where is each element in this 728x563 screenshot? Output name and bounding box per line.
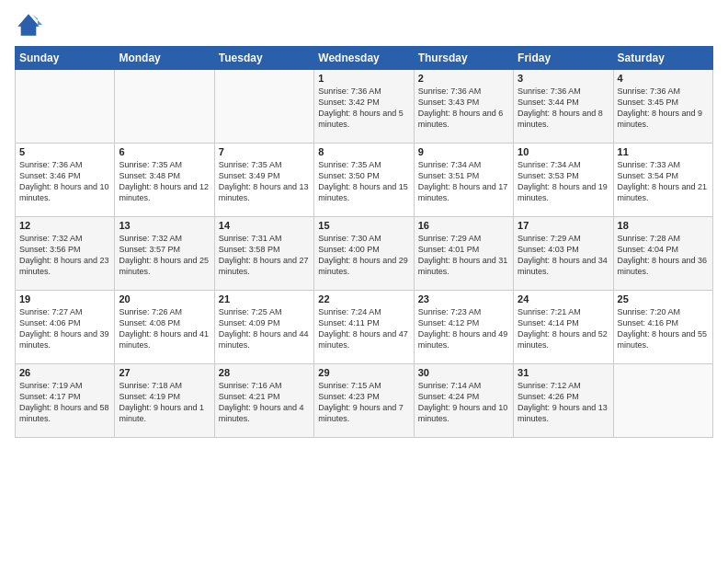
calendar-header-row: SundayMondayTuesdayWednesdayThursdayFrid… bbox=[16, 47, 713, 70]
day-info: Sunrise: 7:20 AM Sunset: 4:16 PM Dayligh… bbox=[618, 306, 709, 351]
calendar-cell: 14Sunrise: 7:31 AM Sunset: 3:58 PM Dayli… bbox=[214, 217, 313, 291]
calendar-cell: 16Sunrise: 7:29 AM Sunset: 4:01 PM Dayli… bbox=[414, 217, 513, 291]
day-info: Sunrise: 7:26 AM Sunset: 4:08 PM Dayligh… bbox=[119, 306, 210, 351]
calendar-header-saturday: Saturday bbox=[613, 47, 712, 70]
day-number: 1 bbox=[318, 73, 409, 84]
calendar-cell: 4Sunrise: 7:36 AM Sunset: 3:45 PM Daylig… bbox=[613, 70, 712, 144]
calendar-cell: 18Sunrise: 7:28 AM Sunset: 4:04 PM Dayli… bbox=[613, 217, 712, 291]
calendar-cell: 27Sunrise: 7:18 AM Sunset: 4:19 PM Dayli… bbox=[115, 364, 214, 438]
day-number: 8 bbox=[318, 146, 409, 157]
calendar-header-friday: Friday bbox=[514, 47, 613, 70]
day-info: Sunrise: 7:32 AM Sunset: 3:57 PM Dayligh… bbox=[119, 233, 210, 278]
calendar-cell: 10Sunrise: 7:34 AM Sunset: 3:53 PM Dayli… bbox=[514, 144, 613, 217]
calendar-week-row: 26Sunrise: 7:19 AM Sunset: 4:17 PM Dayli… bbox=[16, 364, 713, 438]
day-info: Sunrise: 7:36 AM Sunset: 3:42 PM Dayligh… bbox=[318, 86, 409, 131]
calendar-cell: 12Sunrise: 7:32 AM Sunset: 3:56 PM Dayli… bbox=[16, 217, 115, 291]
calendar-header-monday: Monday bbox=[115, 47, 214, 70]
page: SundayMondayTuesdayWednesdayThursdayFrid… bbox=[0, 0, 728, 563]
calendar-cell bbox=[613, 364, 712, 438]
day-info: Sunrise: 7:28 AM Sunset: 4:04 PM Dayligh… bbox=[618, 233, 709, 278]
day-number: 31 bbox=[518, 367, 609, 378]
calendar-header-thursday: Thursday bbox=[414, 47, 513, 70]
day-number: 7 bbox=[219, 146, 310, 157]
day-info: Sunrise: 7:24 AM Sunset: 4:11 PM Dayligh… bbox=[318, 306, 409, 351]
day-info: Sunrise: 7:36 AM Sunset: 3:44 PM Dayligh… bbox=[518, 86, 609, 131]
day-number: 9 bbox=[418, 146, 509, 157]
calendar-cell: 3Sunrise: 7:36 AM Sunset: 3:44 PM Daylig… bbox=[514, 70, 613, 144]
day-info: Sunrise: 7:31 AM Sunset: 3:58 PM Dayligh… bbox=[219, 233, 310, 278]
calendar-cell: 15Sunrise: 7:30 AM Sunset: 4:00 PM Dayli… bbox=[314, 217, 414, 291]
calendar-cell: 31Sunrise: 7:12 AM Sunset: 4:26 PM Dayli… bbox=[514, 364, 613, 438]
day-number: 22 bbox=[318, 293, 409, 304]
day-number: 19 bbox=[19, 293, 110, 304]
day-info: Sunrise: 7:29 AM Sunset: 4:03 PM Dayligh… bbox=[518, 233, 609, 278]
day-number: 11 bbox=[618, 146, 709, 157]
day-info: Sunrise: 7:29 AM Sunset: 4:01 PM Dayligh… bbox=[418, 233, 509, 278]
day-number: 28 bbox=[219, 367, 310, 378]
calendar-week-row: 1Sunrise: 7:36 AM Sunset: 3:42 PM Daylig… bbox=[16, 70, 713, 144]
day-info: Sunrise: 7:34 AM Sunset: 3:51 PM Dayligh… bbox=[418, 159, 509, 204]
day-number: 16 bbox=[418, 220, 509, 231]
day-info: Sunrise: 7:14 AM Sunset: 4:24 PM Dayligh… bbox=[418, 380, 509, 425]
calendar-cell: 20Sunrise: 7:26 AM Sunset: 4:08 PM Dayli… bbox=[115, 291, 214, 364]
day-number: 27 bbox=[119, 367, 210, 378]
calendar-cell bbox=[16, 70, 115, 144]
day-info: Sunrise: 7:16 AM Sunset: 4:21 PM Dayligh… bbox=[219, 380, 310, 425]
day-number: 3 bbox=[518, 73, 609, 84]
header bbox=[15, 11, 713, 39]
calendar-cell: 25Sunrise: 7:20 AM Sunset: 4:16 PM Dayli… bbox=[613, 291, 712, 364]
day-info: Sunrise: 7:32 AM Sunset: 3:56 PM Dayligh… bbox=[19, 233, 110, 278]
day-number: 6 bbox=[119, 146, 210, 157]
day-number: 29 bbox=[318, 367, 409, 378]
day-number: 23 bbox=[418, 293, 509, 304]
day-number: 2 bbox=[418, 73, 509, 84]
day-number: 20 bbox=[119, 293, 210, 304]
calendar-cell bbox=[115, 70, 214, 144]
calendar-cell: 30Sunrise: 7:14 AM Sunset: 4:24 PM Dayli… bbox=[414, 364, 513, 438]
day-number: 25 bbox=[618, 293, 709, 304]
calendar-header-wednesday: Wednesday bbox=[314, 47, 414, 70]
day-number: 15 bbox=[318, 220, 409, 231]
calendar-cell: 7Sunrise: 7:35 AM Sunset: 3:49 PM Daylig… bbox=[214, 144, 313, 217]
calendar-cell: 17Sunrise: 7:29 AM Sunset: 4:03 PM Dayli… bbox=[514, 217, 613, 291]
calendar-header-sunday: Sunday bbox=[16, 47, 115, 70]
calendar-cell: 6Sunrise: 7:35 AM Sunset: 3:48 PM Daylig… bbox=[115, 144, 214, 217]
day-info: Sunrise: 7:15 AM Sunset: 4:23 PM Dayligh… bbox=[318, 380, 409, 425]
day-number: 26 bbox=[19, 367, 110, 378]
calendar-cell: 1Sunrise: 7:36 AM Sunset: 3:42 PM Daylig… bbox=[314, 70, 414, 144]
calendar-header-tuesday: Tuesday bbox=[214, 47, 313, 70]
calendar-cell: 21Sunrise: 7:25 AM Sunset: 4:09 PM Dayli… bbox=[214, 291, 313, 364]
calendar-week-row: 12Sunrise: 7:32 AM Sunset: 3:56 PM Dayli… bbox=[16, 217, 713, 291]
calendar-cell: 13Sunrise: 7:32 AM Sunset: 3:57 PM Dayli… bbox=[115, 217, 214, 291]
calendar-cell: 28Sunrise: 7:16 AM Sunset: 4:21 PM Dayli… bbox=[214, 364, 313, 438]
day-info: Sunrise: 7:35 AM Sunset: 3:49 PM Dayligh… bbox=[219, 159, 310, 204]
calendar-cell: 22Sunrise: 7:24 AM Sunset: 4:11 PM Dayli… bbox=[314, 291, 414, 364]
calendar-cell: 9Sunrise: 7:34 AM Sunset: 3:51 PM Daylig… bbox=[414, 144, 513, 217]
day-number: 13 bbox=[119, 220, 210, 231]
day-info: Sunrise: 7:23 AM Sunset: 4:12 PM Dayligh… bbox=[418, 306, 509, 351]
calendar-week-row: 5Sunrise: 7:36 AM Sunset: 3:46 PM Daylig… bbox=[16, 144, 713, 217]
calendar-cell: 19Sunrise: 7:27 AM Sunset: 4:06 PM Dayli… bbox=[16, 291, 115, 364]
calendar-cell: 8Sunrise: 7:35 AM Sunset: 3:50 PM Daylig… bbox=[314, 144, 414, 217]
day-info: Sunrise: 7:19 AM Sunset: 4:17 PM Dayligh… bbox=[19, 380, 110, 425]
day-number: 18 bbox=[618, 220, 709, 231]
calendar-cell: 24Sunrise: 7:21 AM Sunset: 4:14 PM Dayli… bbox=[514, 291, 613, 364]
day-info: Sunrise: 7:18 AM Sunset: 4:19 PM Dayligh… bbox=[119, 380, 210, 425]
day-info: Sunrise: 7:36 AM Sunset: 3:43 PM Dayligh… bbox=[418, 86, 509, 131]
day-number: 17 bbox=[518, 220, 609, 231]
day-number: 21 bbox=[219, 293, 310, 304]
day-number: 12 bbox=[19, 220, 110, 231]
day-info: Sunrise: 7:33 AM Sunset: 3:54 PM Dayligh… bbox=[618, 159, 709, 204]
day-info: Sunrise: 7:27 AM Sunset: 4:06 PM Dayligh… bbox=[19, 306, 110, 351]
day-number: 5 bbox=[19, 146, 110, 157]
day-info: Sunrise: 7:30 AM Sunset: 4:00 PM Dayligh… bbox=[318, 233, 409, 278]
day-number: 30 bbox=[418, 367, 509, 378]
calendar-week-row: 19Sunrise: 7:27 AM Sunset: 4:06 PM Dayli… bbox=[16, 291, 713, 364]
calendar-cell: 11Sunrise: 7:33 AM Sunset: 3:54 PM Dayli… bbox=[613, 144, 712, 217]
calendar-cell: 5Sunrise: 7:36 AM Sunset: 3:46 PM Daylig… bbox=[16, 144, 115, 217]
calendar-cell: 2Sunrise: 7:36 AM Sunset: 3:43 PM Daylig… bbox=[414, 70, 513, 144]
logo-icon bbox=[15, 11, 42, 39]
calendar: SundayMondayTuesdayWednesdayThursdayFrid… bbox=[15, 46, 713, 438]
day-info: Sunrise: 7:36 AM Sunset: 3:45 PM Dayligh… bbox=[618, 86, 709, 131]
day-info: Sunrise: 7:35 AM Sunset: 3:50 PM Dayligh… bbox=[318, 159, 409, 204]
